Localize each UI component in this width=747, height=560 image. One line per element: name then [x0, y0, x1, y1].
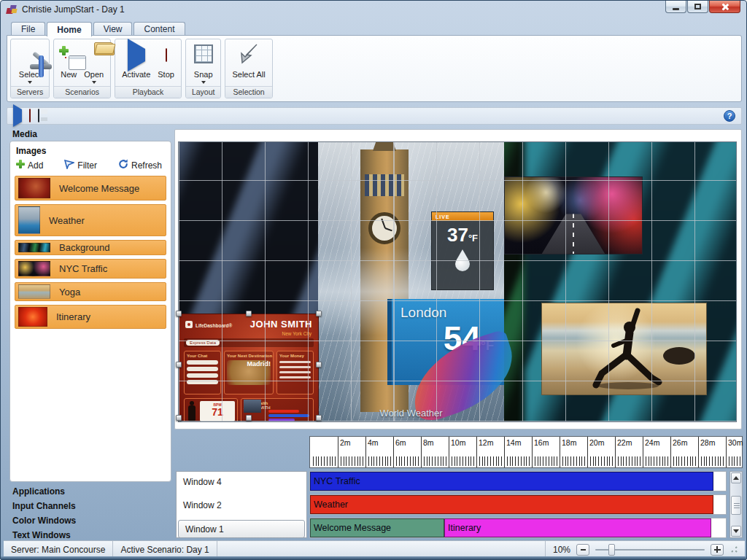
- ruler-minor-tick: [363, 456, 363, 466]
- ruler-tick-label: 28m: [700, 438, 715, 447]
- maximize-button[interactable]: [687, 1, 708, 13]
- application-window: Christie JumpStart - Day 1 FileHomeViewC…: [0, 0, 747, 560]
- tab-file[interactable]: File: [11, 22, 45, 36]
- window-label-window-4[interactable]: Window 4: [177, 472, 306, 492]
- zoom-out-button[interactable]: [576, 544, 589, 556]
- ruler-minor-tick: [413, 456, 414, 466]
- ribbon-button-select-all[interactable]: Select All: [229, 42, 268, 79]
- scroll-down-button[interactable]: [731, 526, 741, 537]
- quickbar-save-button[interactable]: [38, 109, 39, 122]
- ruler-minor-tick: [349, 456, 349, 466]
- media-item-label: Itinerary: [56, 311, 90, 322]
- ruler-minor-tick: [346, 456, 347, 466]
- filter-icon: [64, 160, 74, 171]
- media-item-background[interactable]: Background: [15, 240, 166, 255]
- ruler-minor-tick: [462, 456, 463, 466]
- ruler-minor-tick: [607, 456, 608, 466]
- ruler-minor-tick: [579, 456, 580, 466]
- ribbon-group-name: Scenarios: [54, 86, 110, 98]
- ruler-minor-tick: [521, 456, 522, 466]
- track-window-2: Weather: [309, 494, 727, 515]
- ruler-minor-tick: [701, 456, 702, 466]
- ruler-minor-tick: [692, 456, 693, 466]
- minimize-button[interactable]: [665, 1, 686, 13]
- ruler-minor-tick: [382, 456, 383, 466]
- tab-content[interactable]: Content: [133, 22, 185, 36]
- ruler-minor-tick: [604, 456, 605, 466]
- quickbar-buttons: [13, 109, 39, 122]
- ruler-minor-tick: [332, 456, 333, 466]
- help-icon[interactable]: ?: [724, 110, 735, 122]
- clip-nyc-traffic[interactable]: NYC Traffic: [310, 472, 713, 491]
- media-list: Welcome MessageWeatherBackgroundNYC Traf…: [15, 176, 166, 329]
- ruler-major-tick: [698, 437, 699, 467]
- window-label-window-1[interactable]: Window 1: [178, 520, 305, 538]
- ribbon-button-new[interactable]: New: [58, 42, 80, 79]
- ruler-minor-tick: [443, 456, 444, 466]
- clip-weather[interactable]: Weather: [310, 495, 713, 514]
- quickbar-stop-button[interactable]: [29, 109, 31, 122]
- ruler-tick-label: 30m: [728, 438, 743, 447]
- ribbon-button-label: Open: [84, 70, 104, 79]
- refresh-button[interactable]: Refresh: [118, 159, 162, 171]
- ruler-minor-tick: [313, 456, 314, 466]
- zoom-in-button[interactable]: [711, 544, 724, 556]
- section-color-windows[interactable]: Color Windows: [9, 513, 171, 528]
- ribbon-button-label: Stop: [158, 70, 174, 79]
- media-item-label: Welcome Message: [59, 183, 139, 194]
- ribbon-button-stop[interactable]: Stop: [155, 42, 177, 79]
- play-icon-small: [13, 104, 22, 127]
- quickbar-play-button[interactable]: [13, 109, 22, 122]
- ruler-minor-tick: [637, 456, 638, 466]
- tab-home[interactable]: Home: [47, 22, 91, 36]
- scroll-up-button[interactable]: [731, 472, 741, 483]
- clip-itinerary[interactable]: Itinerary: [444, 518, 711, 537]
- scrollbar-thumb[interactable]: [731, 496, 741, 515]
- ruler-minor-tick: [570, 456, 571, 466]
- flower-thumbnail: [18, 307, 47, 327]
- zoom-slider[interactable]: [595, 544, 705, 556]
- timeline-ruler[interactable]: 2m4m6m8m10m12m14m16m18m20m22m24m26m28m30…: [309, 436, 743, 468]
- ruler-tick-label: 2m: [340, 438, 351, 447]
- play-icon: [128, 49, 145, 62]
- zoom-slider-thumb[interactable]: [608, 544, 615, 556]
- ruler-tick-label: 8m: [423, 438, 434, 447]
- ruler-major-tick: [393, 437, 394, 467]
- media-item-yoga[interactable]: Yoga: [15, 282, 166, 301]
- ruler-minor-tick: [609, 456, 610, 466]
- ruler-minor-tick: [496, 456, 497, 466]
- ruler-minor-tick: [374, 456, 374, 466]
- title-bar[interactable]: Christie JumpStart - Day 1: [1, 1, 746, 18]
- resize-grip[interactable]: [731, 546, 738, 553]
- tab-view[interactable]: View: [93, 22, 133, 36]
- ruler-major-tick: [532, 437, 533, 467]
- window-label-window-2[interactable]: Window 2: [177, 495, 306, 516]
- media-item-welcome-message[interactable]: Welcome Message: [15, 176, 166, 201]
- images-toolbar: AddFilterRefresh: [15, 159, 166, 176]
- media-item-nyc-traffic[interactable]: NYC Traffic: [15, 259, 166, 279]
- ruler-minor-tick: [546, 456, 546, 466]
- ruler-minor-tick: [706, 456, 707, 466]
- ruler-minor-tick: [712, 456, 713, 466]
- media-item-weather[interactable]: Weather: [15, 204, 166, 236]
- section-applications[interactable]: Applications: [9, 484, 171, 499]
- close-button[interactable]: [709, 1, 740, 13]
- add-button[interactable]: Add: [16, 160, 43, 171]
- weather-thumbnail: [18, 206, 40, 234]
- ruler-minor-tick: [626, 456, 627, 466]
- media-item-itinerary[interactable]: Itinerary: [15, 305, 166, 329]
- preview-stage[interactable]: LIVE 37°F London 54°F World Weather: [178, 141, 737, 422]
- section-input-channels[interactable]: Input Channels: [9, 499, 171, 513]
- ribbon-button-select[interactable]: Select: [16, 42, 44, 85]
- images-panel: Images AddFilterRefresh Welcome MessageW…: [9, 141, 171, 482]
- timeline-scrollbar[interactable]: [729, 471, 743, 538]
- chevron-down-icon: [92, 81, 96, 84]
- ribbon-button-snap[interactable]: Snap: [191, 42, 216, 85]
- ruler-minor-tick: [490, 456, 491, 466]
- clip-welcome-message[interactable]: Welcome Message: [310, 518, 444, 537]
- ribbon-button-activate[interactable]: Activate: [119, 42, 153, 79]
- filter-button[interactable]: Filter: [64, 160, 97, 171]
- plus-icon: [714, 546, 721, 553]
- ribbon-group-selection: Select AllSelection: [225, 39, 272, 98]
- ribbon-button-label: Select: [19, 70, 42, 79]
